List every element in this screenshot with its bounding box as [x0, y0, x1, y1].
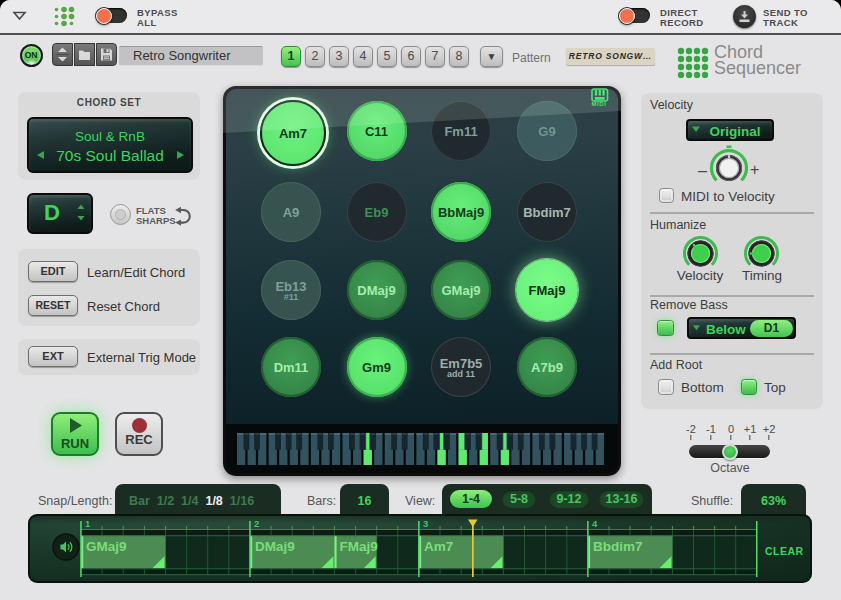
svg-text:3: 3 [423, 518, 428, 529]
svg-text:GMaj9: GMaj9 [86, 539, 127, 554]
svg-text:FMaj9: FMaj9 [339, 539, 377, 554]
svg-text:4: 4 [592, 518, 598, 529]
svg-text:DMaj9: DMaj9 [255, 539, 295, 554]
svg-text:1: 1 [85, 518, 91, 529]
svg-text:Am7: Am7 [424, 539, 453, 554]
svg-text:2: 2 [254, 518, 259, 529]
svg-text:Bbdim7: Bbdim7 [593, 539, 643, 554]
